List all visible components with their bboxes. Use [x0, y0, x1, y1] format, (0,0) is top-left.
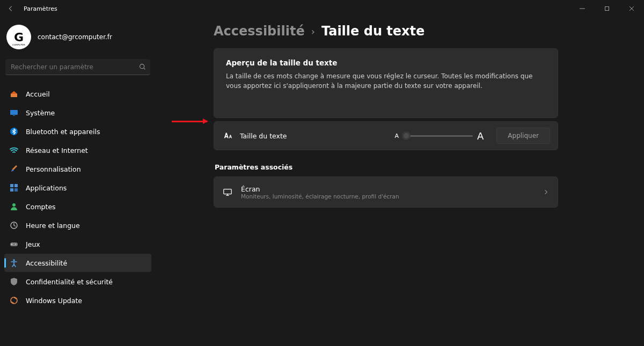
search-icon [139, 63, 146, 70]
svg-rect-8 [14, 188, 18, 192]
avatar-initials: G [14, 31, 24, 44]
slider-track [403, 135, 473, 137]
text-size-icon [223, 131, 232, 141]
update-icon [10, 296, 18, 305]
sidebar-item-label: Jeux [26, 240, 40, 248]
scale-label-small: A [394, 132, 399, 139]
user-icon [10, 202, 18, 211]
brush-icon [10, 165, 18, 173]
text-size-slider-group: A A [394, 130, 484, 142]
home-icon [10, 90, 18, 98]
close-button[interactable] [619, 0, 644, 17]
breadcrumb-prev[interactable]: Accessibilité [214, 24, 305, 39]
text-size-row: Taille du texte A A Appliquer [214, 121, 558, 150]
sidebar-item-label: Personnalisation [26, 165, 81, 173]
apply-button[interactable]: Appliquer [496, 128, 550, 144]
display-icon [223, 187, 232, 197]
sidebar-item-home[interactable]: Accueil [4, 85, 151, 103]
gamepad-icon [10, 240, 18, 248]
wifi-icon [10, 146, 18, 154]
svg-point-12 [15, 244, 16, 245]
sidebar-item-personalization[interactable]: Personnalisation [4, 160, 151, 178]
maximize-button[interactable] [595, 0, 619, 17]
text-size-slider[interactable] [403, 130, 473, 141]
svg-rect-6 [14, 184, 18, 187]
svg-point-9 [12, 203, 16, 207]
breadcrumb-current: Taille du texte [321, 24, 425, 39]
profile-block[interactable]: G COMPUTER contact@grcomputer.fr [4, 23, 151, 59]
sidebar-item-apps[interactable]: Applications [4, 179, 151, 197]
related-item-display[interactable]: Écran Moniteurs, luminosité, éclairage n… [214, 176, 558, 208]
breadcrumb-separator: › [311, 26, 315, 37]
profile-email: contact@grcomputer.fr [38, 33, 112, 41]
bluetooth-icon [10, 127, 18, 136]
back-button[interactable] [5, 3, 16, 14]
svg-rect-0 [605, 7, 609, 11]
main-content: Accessibilité › Taille du texte Aperçu d… [156, 17, 644, 346]
sidebar-item-network[interactable]: Réseau et Internet [4, 141, 151, 159]
slider-thumb[interactable] [402, 131, 411, 140]
sidebar-item-label: Comptes [26, 203, 56, 211]
preview-title: Aperçu de la taille du texte [226, 58, 546, 67]
chevron-right-icon [543, 187, 549, 197]
svg-rect-2 [10, 110, 18, 115]
accessibility-icon [10, 259, 18, 267]
sidebar-item-update[interactable]: Windows Update [4, 291, 151, 310]
sidebar-item-bluetooth[interactable]: Bluetooth et appareils [4, 122, 151, 141]
arrow-left-icon [7, 5, 14, 12]
avatar: G COMPUTER [6, 25, 31, 49]
avatar-subtext: COMPUTER [6, 43, 31, 46]
apps-icon [10, 183, 18, 192]
sidebar-item-label: Heure et langue [26, 222, 80, 230]
svg-point-1 [140, 64, 144, 69]
sidebar-item-accounts[interactable]: Comptes [4, 197, 151, 216]
window-title: Paramètres [24, 5, 57, 12]
sidebar-item-label: Réseau et Internet [26, 146, 88, 154]
sidebar-item-label: Confidentialité et sécurité [26, 278, 113, 286]
search-input[interactable] [10, 63, 139, 71]
sidebar-item-privacy[interactable]: Confidentialité et sécurité [4, 273, 151, 291]
preview-card: Aperçu de la taille du texte La taille d… [214, 48, 558, 118]
svg-rect-3 [13, 115, 15, 116]
titlebar: Paramètres [0, 0, 644, 17]
svg-rect-15 [224, 189, 231, 194]
system-icon [10, 108, 18, 117]
sidebar-item-label: Accessibilité [26, 259, 67, 267]
sidebar-item-system[interactable]: Système [4, 104, 151, 122]
related-heading: Paramètres associés [215, 163, 558, 171]
sidebar-item-label: Applications [26, 184, 67, 192]
sidebar-item-gaming[interactable]: Jeux [4, 235, 151, 253]
text-size-label: Taille du texte [240, 132, 287, 140]
clock-globe-icon [10, 221, 18, 230]
svg-rect-7 [10, 188, 13, 192]
minimize-button[interactable] [570, 0, 595, 17]
search-box[interactable] [5, 59, 150, 75]
breadcrumb: Accessibilité › Taille du texte [214, 24, 558, 39]
sidebar-item-label: Windows Update [26, 297, 82, 305]
sidebar-item-accessibility[interactable]: Accessibilité [4, 254, 151, 272]
svg-point-13 [13, 259, 15, 261]
related-item-title: Écran [241, 185, 399, 193]
preview-body: La taille de ces mots change à mesure qu… [226, 71, 543, 91]
window-controls [570, 0, 644, 17]
svg-rect-5 [10, 184, 13, 187]
related-item-desc: Moniteurs, luminosité, éclairage nocturn… [241, 193, 399, 200]
sidebar-item-time-language[interactable]: Heure et langue [4, 216, 151, 234]
sidebar-item-label: Bluetooth et appareils [26, 128, 100, 136]
shield-icon [10, 277, 18, 286]
scale-label-large: A [477, 130, 484, 142]
sidebar: G COMPUTER contact@grcomputer.fr Accueil… [0, 17, 156, 346]
sidebar-item-label: Système [26, 109, 55, 117]
sidebar-item-label: Accueil [26, 90, 50, 98]
nav: Accueil Système Bluetooth et appareils R… [4, 85, 151, 310]
